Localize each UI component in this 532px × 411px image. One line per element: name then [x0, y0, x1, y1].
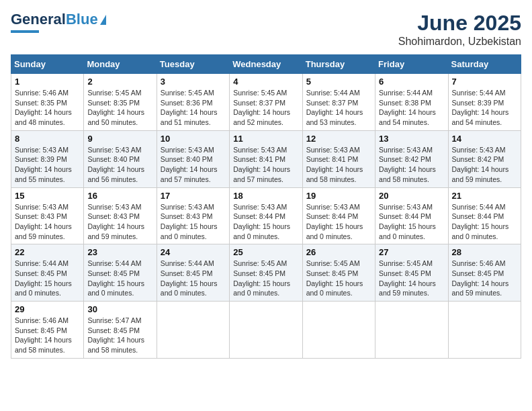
- day-info: Sunrise: 5:46 AM Sunset: 8:35 PM Dayligh…: [15, 88, 80, 128]
- day-number: 21: [452, 191, 517, 201]
- day-number: 5: [306, 77, 371, 87]
- day-info: Sunrise: 5:43 AM Sunset: 8:40 PM Dayligh…: [161, 145, 226, 185]
- sunset-text: Sunset: 8:45 PM: [306, 269, 359, 277]
- table-row: 6 Sunrise: 5:44 AM Sunset: 8:38 PM Dayli…: [375, 74, 448, 131]
- sunset-text: Sunset: 8:45 PM: [15, 326, 67, 334]
- logo-blue: Blue: [66, 11, 98, 28]
- sunrise-text: Sunrise: 5:43 AM: [15, 146, 69, 154]
- week-row-1: 1 Sunrise: 5:46 AM Sunset: 8:35 PM Dayli…: [11, 74, 521, 131]
- table-row: 28 Sunrise: 5:46 AM Sunset: 8:45 PM Dayl…: [448, 244, 521, 302]
- sunrise-text: Sunrise: 5:45 AM: [161, 89, 214, 97]
- table-row: 29 Sunrise: 5:46 AM Sunset: 8:45 PM Dayl…: [11, 302, 84, 359]
- sunrise-text: Sunrise: 5:43 AM: [452, 146, 506, 154]
- day-number: 20: [379, 191, 444, 201]
- day-info: Sunrise: 5:45 AM Sunset: 8:36 PM Dayligh…: [161, 88, 226, 128]
- sunrise-text: Sunrise: 5:44 AM: [379, 89, 433, 97]
- day-info: Sunrise: 5:43 AM Sunset: 8:40 PM Dayligh…: [87, 145, 152, 185]
- day-number: 29: [15, 304, 80, 314]
- logo-underline: [11, 30, 39, 33]
- sunset-text: Sunset: 8:45 PM: [87, 326, 140, 334]
- daylight-text: Daylight: 14 hours and 59 minutes.: [87, 222, 144, 240]
- sunrise-text: Sunrise: 5:43 AM: [379, 203, 433, 211]
- sunset-text: Sunset: 8:41 PM: [306, 155, 359, 163]
- day-info: Sunrise: 5:43 AM Sunset: 8:41 PM Dayligh…: [306, 145, 371, 185]
- sunset-text: Sunset: 8:45 PM: [87, 269, 140, 277]
- sunset-text: Sunset: 8:44 PM: [306, 212, 359, 220]
- sunrise-text: Sunrise: 5:43 AM: [233, 203, 287, 211]
- sunset-text: Sunset: 8:45 PM: [452, 269, 504, 277]
- col-header-friday: Friday: [375, 55, 448, 74]
- table-row: 12 Sunrise: 5:43 AM Sunset: 8:41 PM Dayl…: [302, 130, 375, 187]
- table-row: [302, 302, 375, 359]
- sunrise-text: Sunrise: 5:43 AM: [87, 203, 141, 211]
- day-number: 9: [87, 134, 152, 144]
- table-row: [157, 302, 229, 359]
- daylight-text: Daylight: 15 hours and 0 minutes.: [87, 279, 144, 298]
- table-row: 13 Sunrise: 5:43 AM Sunset: 8:42 PM Dayl…: [375, 130, 448, 187]
- week-row-4: 22 Sunrise: 5:44 AM Sunset: 8:45 PM Dayl…: [11, 244, 521, 302]
- day-info: Sunrise: 5:43 AM Sunset: 8:39 PM Dayligh…: [15, 145, 80, 185]
- daylight-text: Daylight: 14 hours and 57 minutes.: [233, 165, 290, 183]
- day-info: Sunrise: 5:45 AM Sunset: 8:35 PM Dayligh…: [87, 88, 152, 128]
- day-number: 14: [452, 134, 517, 144]
- table-row: 1 Sunrise: 5:46 AM Sunset: 8:35 PM Dayli…: [11, 74, 84, 131]
- daylight-text: Daylight: 15 hours and 0 minutes.: [161, 222, 218, 240]
- daylight-text: Daylight: 14 hours and 54 minutes.: [379, 108, 436, 126]
- day-info: Sunrise: 5:43 AM Sunset: 8:44 PM Dayligh…: [306, 202, 371, 242]
- sunset-text: Sunset: 8:41 PM: [233, 155, 285, 163]
- day-number: 28: [452, 247, 517, 257]
- week-row-3: 15 Sunrise: 5:43 AM Sunset: 8:43 PM Dayl…: [11, 187, 521, 244]
- sunrise-text: Sunrise: 5:43 AM: [379, 146, 433, 154]
- daylight-text: Daylight: 15 hours and 0 minutes.: [379, 222, 436, 240]
- sunrise-text: Sunrise: 5:47 AM: [87, 316, 141, 324]
- daylight-text: Daylight: 14 hours and 55 minutes.: [15, 165, 72, 183]
- sunset-text: Sunset: 8:37 PM: [306, 99, 359, 107]
- table-row: 19 Sunrise: 5:43 AM Sunset: 8:44 PM Dayl…: [302, 187, 375, 244]
- day-number: 27: [379, 247, 444, 257]
- sunrise-text: Sunrise: 5:43 AM: [306, 146, 360, 154]
- daylight-text: Daylight: 14 hours and 59 minutes.: [452, 279, 509, 298]
- sunset-text: Sunset: 8:43 PM: [161, 212, 213, 220]
- daylight-text: Daylight: 15 hours and 0 minutes.: [233, 222, 290, 240]
- day-info: Sunrise: 5:44 AM Sunset: 8:45 PM Dayligh…: [87, 259, 152, 298]
- day-info: Sunrise: 5:43 AM Sunset: 8:44 PM Dayligh…: [379, 202, 444, 242]
- day-number: 7: [452, 77, 517, 87]
- daylight-text: Daylight: 15 hours and 0 minutes.: [452, 222, 509, 240]
- table-row: 10 Sunrise: 5:43 AM Sunset: 8:40 PM Dayl…: [157, 130, 229, 187]
- day-info: Sunrise: 5:44 AM Sunset: 8:39 PM Dayligh…: [452, 88, 517, 128]
- daylight-text: Daylight: 14 hours and 53 minutes.: [306, 108, 363, 126]
- day-number: 19: [306, 191, 371, 201]
- daylight-text: Daylight: 14 hours and 52 minutes.: [233, 108, 290, 126]
- col-header-wednesday: Wednesday: [230, 55, 302, 74]
- table-row: 17 Sunrise: 5:43 AM Sunset: 8:43 PM Dayl…: [157, 187, 229, 244]
- sunset-text: Sunset: 8:40 PM: [161, 155, 213, 163]
- day-info: Sunrise: 5:46 AM Sunset: 8:45 PM Dayligh…: [15, 316, 80, 355]
- day-info: Sunrise: 5:43 AM Sunset: 8:43 PM Dayligh…: [161, 202, 226, 242]
- day-info: Sunrise: 5:45 AM Sunset: 8:45 PM Dayligh…: [306, 259, 371, 298]
- daylight-text: Daylight: 14 hours and 48 minutes.: [15, 108, 72, 126]
- table-row: 8 Sunrise: 5:43 AM Sunset: 8:39 PM Dayli…: [11, 130, 84, 187]
- day-info: Sunrise: 5:47 AM Sunset: 8:45 PM Dayligh…: [87, 316, 152, 355]
- day-info: Sunrise: 5:45 AM Sunset: 8:45 PM Dayligh…: [379, 259, 444, 298]
- sunrise-text: Sunrise: 5:45 AM: [306, 259, 360, 267]
- day-info: Sunrise: 5:43 AM Sunset: 8:43 PM Dayligh…: [15, 202, 80, 242]
- day-number: 10: [161, 134, 226, 144]
- table-row: 18 Sunrise: 5:43 AM Sunset: 8:44 PM Dayl…: [230, 187, 302, 244]
- table-row: 5 Sunrise: 5:44 AM Sunset: 8:37 PM Dayli…: [302, 74, 375, 131]
- sunrise-text: Sunrise: 5:43 AM: [306, 203, 360, 211]
- sunrise-text: Sunrise: 5:44 AM: [452, 89, 506, 97]
- logo-triangle-icon: [100, 15, 106, 25]
- location: Shohimardon, Uzbekistan: [398, 36, 521, 48]
- day-number: 17: [161, 191, 226, 201]
- day-info: Sunrise: 5:44 AM Sunset: 8:38 PM Dayligh…: [379, 88, 444, 128]
- sunrise-text: Sunrise: 5:46 AM: [15, 89, 69, 97]
- day-number: 16: [87, 191, 152, 201]
- table-row: 16 Sunrise: 5:43 AM Sunset: 8:43 PM Dayl…: [84, 187, 157, 244]
- table-row: 22 Sunrise: 5:44 AM Sunset: 8:45 PM Dayl…: [11, 244, 84, 302]
- daylight-text: Daylight: 15 hours and 0 minutes.: [306, 222, 363, 240]
- daylight-text: Daylight: 14 hours and 56 minutes.: [87, 165, 144, 183]
- daylight-text: Daylight: 14 hours and 51 minutes.: [161, 108, 218, 126]
- table-row: [375, 302, 448, 359]
- daylight-text: Daylight: 14 hours and 57 minutes.: [161, 165, 218, 183]
- daylight-text: Daylight: 15 hours and 0 minutes.: [233, 279, 290, 298]
